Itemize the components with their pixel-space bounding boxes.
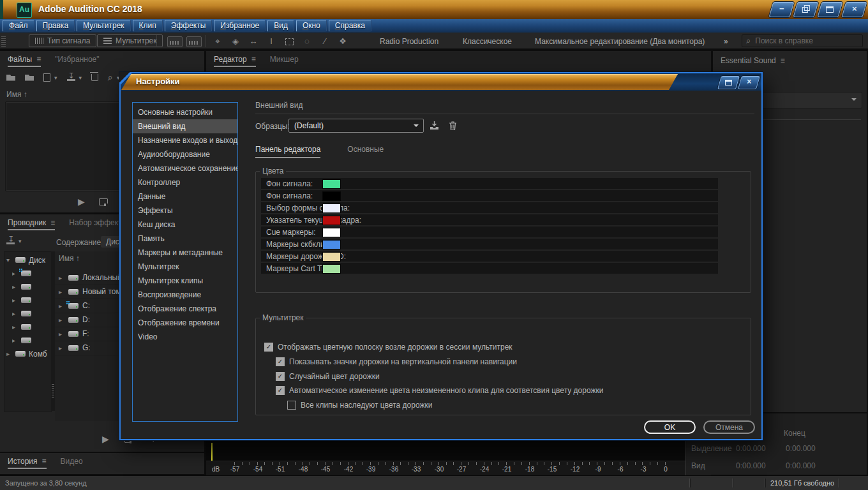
category-markers-metadata[interactable]: Маркеры и метаданные	[133, 246, 237, 260]
color-row[interactable]: Маркеры скбклипа:	[261, 239, 718, 249]
dialog-shade-button[interactable]	[717, 76, 740, 89]
color-row[interactable]: Cue маркеры:	[261, 226, 718, 237]
menu-edit[interactable]: Правка	[36, 20, 75, 32]
files-search-icon[interactable]: ⌕	[108, 72, 113, 83]
checkbox[interactable]	[276, 386, 285, 395]
cancel-button[interactable]: Отмена	[703, 420, 755, 434]
color-row[interactable]: Фон сигнала:	[261, 190, 718, 201]
razor-tool[interactable]: ◈	[228, 35, 243, 47]
media-browser-icon[interactable]	[67, 74, 75, 81]
option-auto-clip-color[interactable]: Автоматическое изменение цвета неизменен…	[276, 386, 603, 395]
tab-general[interactable]: Основные	[347, 145, 384, 158]
tree-drive-row[interactable]: ▸	[12, 280, 50, 293]
checkbox[interactable]	[276, 372, 285, 381]
color-swatch[interactable]	[322, 240, 341, 249]
option-clips-inherit-color[interactable]: Все клипы наследуют цвета дорожки	[287, 401, 432, 410]
expand-icon[interactable]: ▸	[59, 302, 64, 309]
delete-preset-icon[interactable]	[448, 121, 458, 133]
color-row[interactable]: Выбор формы сигнала:	[261, 202, 718, 213]
color-swatch[interactable]	[322, 179, 341, 189]
tree-drive-row[interactable]: ▸	[12, 267, 50, 280]
expand-icon[interactable]: ▸	[59, 345, 64, 352]
tab-video[interactable]: Видео	[61, 457, 83, 469]
tab-files[interactable]: Файлы≡	[8, 55, 41, 67]
color-swatch[interactable]	[322, 216, 341, 225]
tab-editor[interactable]: Редактор≡	[214, 55, 256, 67]
panel-menu-icon[interactable]: ≡	[251, 55, 256, 64]
category-control-surface[interactable]: Контроллер	[133, 175, 237, 189]
category-audio-hardware[interactable]: Аудиооборудование	[133, 147, 237, 161]
spectral-pitch-button[interactable]	[186, 36, 202, 47]
panel-menu-icon[interactable]: ≡	[36, 55, 41, 64]
close-button[interactable]: ×	[842, 2, 867, 17]
tree-drive-row[interactable]: ▸	[12, 320, 50, 334]
minimize-button[interactable]: −	[769, 2, 795, 17]
menu-favorites[interactable]: Избранное	[214, 20, 266, 32]
drive-list-name-column[interactable]: Имя ↑	[59, 254, 80, 263]
category-multitrack-clips[interactable]: Мультитрек клипы	[133, 274, 237, 288]
menu-help[interactable]: Справка	[329, 20, 371, 32]
drive-tree[interactable]: ▾ Диск ▸ ▸ ▸ ▸ ▸ ▸ ▸ Комб	[4, 251, 52, 412]
menu-file[interactable]: Файл	[3, 20, 34, 32]
panel-menu-icon[interactable]: ≡	[50, 218, 55, 227]
tree-root-row[interactable]: ▾ Диск	[6, 253, 51, 267]
category-multitrack[interactable]: Мультитрек	[133, 260, 237, 274]
spectral-frequency-button[interactable]	[167, 36, 183, 47]
dialog-close-button[interactable]: ×	[738, 76, 760, 89]
category-auto-save[interactable]: Автоматическое сохранение	[133, 161, 237, 175]
option-show-track-icons[interactable]: Показывать значки дорожки на вертикально…	[276, 357, 517, 366]
expand-icon[interactable]: ▸	[12, 283, 18, 290]
waveform-view-button[interactable]: Тип сигнала	[29, 34, 96, 47]
files-name-column[interactable]: Имя ↑	[6, 90, 27, 99]
restore-button[interactable]	[793, 2, 819, 17]
expand-icon[interactable]: ▸	[59, 288, 64, 295]
menu-clip[interactable]: Клип	[133, 20, 163, 32]
category-memory[interactable]: Память	[133, 232, 237, 246]
marquee-selection-tool[interactable]	[282, 35, 296, 48]
color-swatch[interactable]	[322, 264, 341, 274]
category-appearance[interactable]: Внешний вид	[133, 119, 237, 133]
expand-icon[interactable]: ▸	[12, 323, 18, 330]
expand-icon[interactable]: ▸	[12, 297, 18, 304]
category-general[interactable]: Основные настройки	[133, 105, 237, 119]
menu-view[interactable]: Вид	[267, 20, 294, 32]
ok-button[interactable]: OK	[644, 420, 696, 434]
category-playback[interactable]: Воспроизведение	[133, 288, 237, 302]
tab-essential-sound[interactable]: Essential Sound≡	[721, 56, 785, 67]
category-data[interactable]: Данные	[133, 189, 237, 204]
open-file-icon[interactable]	[6, 75, 15, 81]
tab-mixer[interactable]: Микшер	[270, 55, 299, 67]
tree-combined-row[interactable]: ▸ Комб	[6, 347, 51, 360]
trash-icon[interactable]	[91, 74, 98, 81]
color-swatch[interactable]	[322, 252, 341, 262]
move-tool[interactable]: ⌖	[211, 35, 225, 47]
category-spectral-display[interactable]: Отображение спектра	[133, 302, 237, 316]
color-swatch[interactable]	[322, 191, 341, 201]
menu-window[interactable]: Окно	[296, 20, 327, 32]
expand-icon[interactable]: ▸	[12, 310, 18, 317]
option-show-color-strip[interactable]: Отображать цветную полоску возле дорожки…	[264, 343, 513, 352]
menu-effects[interactable]: Эффекты	[165, 20, 213, 32]
workspace-max-editing[interactable]: Максимальное редактирование (Два монитор…	[535, 37, 705, 46]
import-file-icon[interactable]	[25, 75, 34, 81]
tree-drive-row[interactable]: ▸	[12, 334, 50, 347]
expand-icon[interactable]: ▸	[12, 270, 18, 277]
samples-select[interactable]: (Default)	[288, 119, 424, 133]
expand-icon[interactable]: ▸	[59, 316, 64, 323]
dialog-titlebar[interactable]: Настройки ×	[121, 73, 761, 91]
loop-icon[interactable]	[99, 198, 108, 205]
workspace-classic[interactable]: Классическое	[463, 37, 512, 46]
color-swatch[interactable]	[322, 228, 341, 237]
collapse-icon[interactable]: ▾	[6, 256, 12, 264]
toolbar-grip[interactable]	[1, 35, 6, 47]
tab-history[interactable]: История≡	[8, 457, 47, 469]
workspace-overflow-chevron[interactable]: »	[724, 37, 728, 46]
color-swatch[interactable]	[322, 204, 341, 213]
expand-icon[interactable]: ▸	[59, 330, 64, 338]
category-effects[interactable]: Эффекты	[133, 204, 237, 218]
menu-multitrack[interactable]: Мультитрек	[77, 20, 131, 32]
import-icon[interactable]	[6, 237, 15, 244]
panel-menu-icon[interactable]: ≡	[42, 457, 47, 466]
help-search-input[interactable]	[754, 36, 852, 46]
checkbox[interactable]	[287, 401, 296, 410]
